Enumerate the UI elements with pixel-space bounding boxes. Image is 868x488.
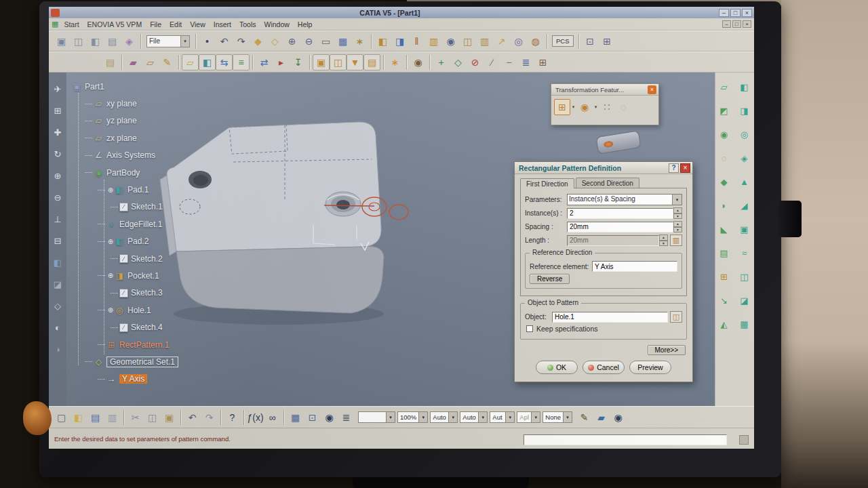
current-selection-combo[interactable]: ▾	[358, 411, 395, 423]
menu-insert[interactable]: Insert	[210, 20, 235, 29]
new-window-icon[interactable]: ▣	[53, 33, 70, 49]
pad-boxed-icon[interactable]: ◧	[199, 54, 216, 70]
camera-icon[interactable]: ◉	[442, 33, 459, 49]
spacing-spinner[interactable]: ▴ ▾	[673, 221, 682, 232]
calculator-icon[interactable]: ⊞	[534, 54, 551, 70]
palette-titlebar[interactable]: Transformation Featur... ×	[551, 84, 658, 96]
light-icon[interactable]: ∗	[351, 33, 368, 49]
expand-node-icon[interactable]: ⊕	[106, 186, 115, 194]
pan-icon[interactable]: ✚	[50, 125, 65, 140]
auto-combo-1[interactable]: Auto▾	[430, 411, 458, 423]
rotate-view-icon[interactable]: ↻	[50, 147, 65, 161]
combo-arrow-icon[interactable]: ▾	[672, 195, 682, 205]
multi-view-icon[interactable]: ⊟	[50, 234, 65, 248]
hole-feature-icon[interactable]: ◌	[716, 150, 732, 165]
layout-icon[interactable]: ▤	[104, 33, 121, 49]
palette-close-button[interactable]: ×	[648, 85, 656, 94]
flyout-arrow-icon[interactable]: ▾	[593, 100, 599, 115]
notes-icon[interactable]: ≣	[338, 409, 355, 426]
user-pattern-tool-icon[interactable]: ∷	[599, 99, 615, 115]
apply-combo[interactable]: Apl▾	[517, 411, 540, 423]
tree-item[interactable]: ▱zx plane	[69, 129, 178, 146]
minimize-button[interactable]: –	[719, 9, 729, 17]
pin-window-icon[interactable]: ⊡	[582, 33, 599, 49]
stiffener-feature-icon[interactable]: ▲	[736, 174, 753, 189]
rectangular-pattern-tool-icon[interactable]: ⊞	[554, 99, 570, 115]
list-icon[interactable]: ≣	[517, 54, 534, 70]
clipboard-icon[interactable]: ▤	[102, 54, 119, 70]
pad-tool-icon[interactable]: ◆	[250, 33, 267, 49]
boolean-feature-icon[interactable]: ◪	[736, 293, 753, 308]
axis-gold-icon[interactable]: ↗	[493, 33, 510, 49]
object-input[interactable]	[552, 312, 668, 323]
mirror-feature-icon[interactable]: ◫	[736, 269, 753, 284]
menu-tools[interactable]: Tools	[235, 20, 260, 29]
tile-windows-icon[interactable]: ◫	[70, 33, 87, 49]
new-doc-icon[interactable]: ▢	[53, 409, 70, 426]
expand-node-icon[interactable]: ⊕	[106, 238, 115, 245]
normal-view-icon[interactable]: ⊥	[50, 212, 65, 226]
dialog-close-button[interactable]: ×	[680, 163, 690, 173]
combo-arrow-icon[interactable]: ▾	[563, 412, 572, 422]
window-front-icon[interactable]: ◧	[374, 33, 391, 49]
combo-arrow-icon[interactable]: ▾	[478, 412, 487, 422]
drafted-pad-icon[interactable]: ◩	[716, 103, 732, 118]
maximize-button[interactable]: □	[730, 9, 741, 17]
tree-item[interactable]: ∕Sketch.1	[69, 199, 178, 216]
zoom-level-combo[interactable]: 100%▾	[397, 411, 428, 423]
titlebar[interactable]: CATIA V5 - [Part1] – □ ×	[49, 7, 754, 18]
tree-item[interactable]: ◇Geometrical Set.1	[69, 353, 178, 370]
menu-view[interactable]: View	[186, 20, 210, 29]
spinner-down-icon[interactable]: ▾	[659, 241, 668, 247]
layers-icon[interactable]: ▤	[363, 54, 380, 70]
paste-icon[interactable]: ▣	[161, 409, 178, 426]
spinner-up-icon[interactable]: ▴	[659, 235, 668, 241]
dialog-titlebar[interactable]: Rectangular Pattern Definition ? ×	[515, 162, 692, 174]
parameters-combo[interactable]: Instance(s) & Spacing ▾	[567, 194, 682, 205]
print-icon[interactable]: ▥	[104, 409, 121, 426]
combo-arrow-icon[interactable]: ▾	[531, 412, 540, 422]
cancel-button[interactable]: Cancel	[583, 361, 625, 374]
pencil-icon[interactable]: ✎	[159, 54, 176, 70]
close-surface-icon[interactable]: ▦	[736, 317, 753, 331]
groove-feature-icon[interactable]: ◎	[736, 127, 753, 142]
catalog-icon[interactable]: ▣	[313, 54, 330, 70]
copy-icon[interactable]: ◫	[144, 409, 161, 426]
mirror-tool-icon[interactable]: ◌	[615, 99, 631, 115]
length-input[interactable]	[567, 235, 659, 246]
tree-item[interactable]: ⊕◎Hole.1	[69, 302, 178, 319]
tree-item[interactable]: ∕Sketch.2	[69, 250, 178, 267]
filter-icon[interactable]: ▼	[347, 54, 363, 70]
pcs-button[interactable]: PCS	[552, 35, 574, 47]
slot-feature-icon[interactable]: ◆	[716, 174, 732, 189]
instances-input[interactable]	[567, 208, 673, 219]
document-restore-button[interactable]: □	[732, 20, 741, 28]
pattern-feature-icon[interactable]: ⊞	[716, 269, 732, 284]
grid-table-icon[interactable]: ▦	[334, 33, 351, 49]
dialog-help-button[interactable]: ?	[669, 163, 679, 173]
lens-icon[interactable]: ◎	[510, 33, 527, 49]
help-icon[interactable]: ?	[224, 409, 241, 426]
swap-visible-space-icon[interactable]: ◑	[50, 342, 65, 357]
document-minimize-button[interactable]: –	[722, 20, 731, 28]
expand-node-icon[interactable]: ⊕	[106, 306, 115, 314]
combo-arrow-icon[interactable]: ▾	[448, 412, 457, 422]
line-icon[interactable]: −	[500, 54, 517, 70]
mail-icon[interactable]: ▭	[317, 33, 334, 49]
snap-point-icon[interactable]: ⊡	[304, 409, 321, 426]
stack-icon[interactable]: ▥	[425, 33, 442, 49]
copy-doc-icon[interactable]: ◫	[459, 33, 476, 49]
auto-combo-2[interactable]: Auto▾	[460, 411, 488, 423]
reference-element-input[interactable]	[592, 261, 677, 272]
pen-icon[interactable]: ✎	[576, 409, 593, 426]
save-icon[interactable]: ▤	[87, 409, 104, 426]
exchange-icon[interactable]: ⇄	[256, 54, 273, 70]
combo-arrow-icon[interactable]: ▾	[505, 412, 514, 422]
knowledge-icon[interactable]: ◉	[610, 409, 627, 426]
shell-feature-icon[interactable]: ▣	[736, 222, 753, 237]
thread-feature-icon[interactable]: ≈	[736, 245, 753, 260]
menu-help[interactable]: Help	[294, 20, 317, 29]
tree-item[interactable]: ◗EdgeFillet.1	[69, 216, 178, 232]
settings-gear-icon[interactable]: ∗	[387, 54, 403, 70]
brush-icon[interactable]: ▰	[125, 54, 142, 70]
